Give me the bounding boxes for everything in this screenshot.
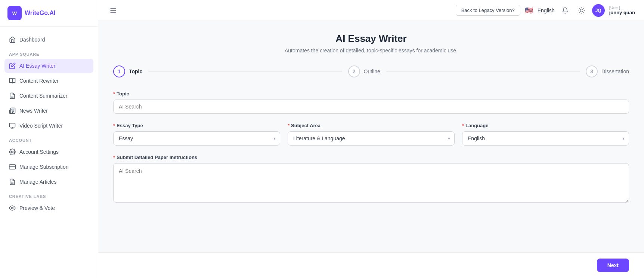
language-selector[interactable]: English <box>538 7 555 13</box>
step-3-circle: 3 <box>586 65 598 77</box>
logo-text: WriteGo.AI <box>25 10 55 16</box>
stepper: 1 Topic 2 Outline 3 Dissertation <box>113 65 629 77</box>
settings-icon <box>9 149 16 155</box>
header: Back to Legacy Version? 🇺🇸 English JQ [U… <box>98 0 644 21</box>
subject-area-col: * Subject Area Literature & Language Sci… <box>288 123 455 146</box>
step-1-circle: 1 <box>113 65 125 77</box>
step-3-label: Dissertation <box>601 68 629 74</box>
next-button[interactable]: Next <box>597 259 629 272</box>
topic-input[interactable] <box>113 100 629 114</box>
sidebar-label: Manage Subscription <box>19 164 69 170</box>
step-line-2 <box>386 71 580 72</box>
instructions-section: * Submit Detailed Paper Instructions <box>113 155 629 204</box>
user-avatar[interactable]: JQ <box>592 4 605 17</box>
sidebar-item-content-rewriter[interactable]: Content Rewriter <box>4 74 93 88</box>
subject-area-label: * Subject Area <box>288 123 455 128</box>
newspaper-icon <box>9 107 16 114</box>
sidebar-label: News Writer <box>19 108 48 114</box>
legacy-version-button[interactable]: Back to Legacy Version? <box>456 5 520 16</box>
step-1: 1 Topic <box>113 65 142 77</box>
fields-row: * Essay Type Essay Research Paper Argume… <box>113 123 629 146</box>
section-creative-labs: CREATIVE LABS <box>4 190 93 201</box>
language-label: * Language <box>462 123 629 128</box>
step-line-1 <box>148 71 342 72</box>
svg-point-10 <box>12 207 13 209</box>
sidebar-item-news-writer[interactable]: News Writer <box>4 104 93 118</box>
file-icon <box>9 92 16 99</box>
sidebar-item-preview-vote[interactable]: Preview & Vote <box>4 201 93 215</box>
sidebar-label: Video Script Writer <box>19 123 63 129</box>
notification-bell-button[interactable] <box>559 4 571 16</box>
sidebar-item-ai-essay-writer[interactable]: AI Essay Writer <box>4 59 93 73</box>
sidebar-item-account-settings[interactable]: Account Settings <box>4 145 93 159</box>
step-2-label: Outline <box>364 68 380 74</box>
step-1-label: Topic <box>129 68 142 74</box>
language-wrapper: English Spanish French German Chinese ▾ <box>462 131 629 146</box>
menu-toggle-button[interactable] <box>107 4 119 16</box>
user-info: [User] jonny quan <box>609 5 635 15</box>
instructions-label: * Submit Detailed Paper Instructions <box>113 155 629 160</box>
user-label: [User] <box>609 5 635 10</box>
section-account: ACCOUNT <box>4 134 93 145</box>
page-title: AI Essay Writer <box>113 33 629 45</box>
logo-icon: W <box>7 6 22 20</box>
svg-rect-2 <box>10 123 15 127</box>
sidebar-item-video-script-writer[interactable]: Video Script Writer <box>4 119 93 133</box>
essay-type-select[interactable]: Essay Research Paper Argumentative Descr… <box>113 131 280 146</box>
monitor-icon <box>9 122 16 129</box>
flag-icon: 🇺🇸 <box>525 6 533 15</box>
instructions-textarea[interactable] <box>113 163 629 203</box>
section-app-square: APP SQUARE <box>4 48 93 59</box>
sidebar-item-dashboard[interactable]: Dashboard <box>4 33 93 47</box>
home-icon <box>9 36 16 43</box>
sidebar-item-content-summarizer[interactable]: Content Summarizer <box>4 89 93 103</box>
page-subtitle: Automates the creation of detailed, topi… <box>113 48 629 54</box>
step-3: 3 Dissertation <box>586 65 629 77</box>
credit-card-icon <box>9 164 16 170</box>
language-col: * Language English Spanish French German… <box>462 123 629 146</box>
theme-toggle-button[interactable] <box>576 4 588 16</box>
sidebar-item-manage-subscription[interactable]: Manage Subscription <box>4 160 93 174</box>
svg-line-18 <box>583 12 583 12</box>
svg-point-5 <box>12 151 13 153</box>
essay-type-col: * Essay Type Essay Research Paper Argume… <box>113 123 280 146</box>
topic-label: * Topic <box>113 91 629 97</box>
svg-point-14 <box>580 9 583 12</box>
edit-icon <box>9 62 16 69</box>
eye-icon <box>9 205 16 211</box>
logo: W WriteGo.AI <box>0 0 98 27</box>
sidebar-label: AI Essay Writer <box>19 63 55 69</box>
language-select[interactable]: English Spanish French German Chinese <box>462 131 629 146</box>
svg-line-22 <box>583 8 583 9</box>
book-icon <box>9 77 16 84</box>
sidebar-label: Preview & Vote <box>19 205 55 211</box>
sidebar-label: Content Rewriter <box>19 78 59 84</box>
sidebar-item-manage-articles[interactable]: Manage Articles <box>4 175 93 189</box>
footer: Next <box>98 252 644 278</box>
svg-rect-6 <box>9 165 16 169</box>
file-text-icon <box>9 178 16 185</box>
topic-field-section: * Topic <box>113 91 629 114</box>
sidebar-label: Manage Articles <box>19 179 57 185</box>
svg-line-17 <box>579 8 580 9</box>
sidebar-label: Content Summarizer <box>19 93 67 99</box>
svg-line-21 <box>579 12 580 12</box>
user-name: jonny quan <box>609 10 635 15</box>
sidebar-label: Account Settings <box>19 149 59 155</box>
sidebar-label: Dashboard <box>19 37 45 43</box>
step-2-circle: 2 <box>348 65 360 77</box>
step-2: 2 Outline <box>348 65 380 77</box>
main-area: Back to Legacy Version? 🇺🇸 English JQ [U… <box>98 0 644 278</box>
essay-type-label: * Essay Type <box>113 123 280 128</box>
sidebar: W WriteGo.AI Dashboard APP SQUARE AI Ess… <box>0 0 98 278</box>
essay-type-wrapper: Essay Research Paper Argumentative Descr… <box>113 131 280 146</box>
sidebar-nav: Dashboard APP SQUARE AI Essay Writer Con… <box>0 27 98 278</box>
content-area: AI Essay Writer Automates the creation o… <box>98 21 644 252</box>
subject-area-select[interactable]: Literature & Language Science History Ma… <box>288 131 455 146</box>
subject-area-wrapper: Literature & Language Science History Ma… <box>288 131 455 146</box>
